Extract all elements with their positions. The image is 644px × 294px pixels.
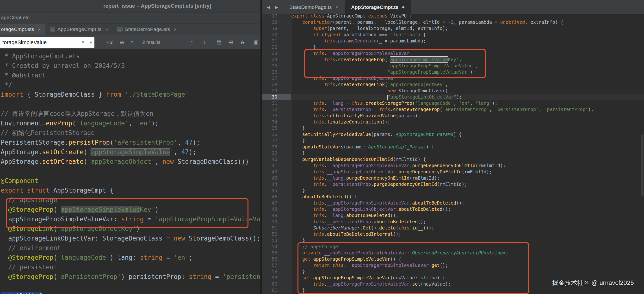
line-number[interactable]: 26 <box>262 69 291 75</box>
code-line[interactable]: * @abstract <box>1 70 260 80</box>
line-number[interactable]: 25 <box>262 63 291 69</box>
code-line[interactable]: // 初始化PersistentStorage <box>1 128 260 138</box>
line-number[interactable]: 39 <box>262 150 291 156</box>
whole-words-toggle[interactable]: W <box>120 35 124 49</box>
line-number[interactable]: 17 <box>262 14 291 19</box>
tab-appstoragecmpt-ts[interactable]: AppStorageCmpt.ts × <box>46 23 113 35</box>
code-line[interactable]: 39 } <box>262 150 644 156</box>
code-line[interactable]: @StorageProp('appStorageSimpleValueKey') <box>1 205 260 214</box>
line-number[interactable]: 35 <box>262 125 291 131</box>
line-number[interactable]: 61 <box>262 287 291 293</box>
code-line[interactable]: 28 this.createStorageLink('appStorageObj… <box>262 81 644 88</box>
code-line[interactable]: 61 } <box>262 287 644 293</box>
code-line[interactable]: 19 super(parent, __localStorage, elmtId,… <box>262 25 644 31</box>
code-line[interactable]: 32 this.__persistentProp = this.createSt… <box>262 106 644 113</box>
line-number[interactable]: 59 <box>262 275 291 281</box>
code-line[interactable]: 30 "appStorageLinkObjectVar"); <box>262 94 644 100</box>
line-number[interactable]: 27 <box>262 75 291 81</box>
close-icon[interactable]: × <box>105 27 108 32</box>
line-number[interactable]: 50 <box>262 218 291 225</box>
line-number[interactable]: 45 <box>262 187 291 193</box>
code-line[interactable]: 38 updateStateVars(params: AppStorageCmp… <box>262 144 644 150</box>
code-line[interactable]: 37 } <box>262 138 644 144</box>
line-number[interactable]: 41 <box>262 162 291 168</box>
code-line[interactable]: 24 this.createStorageProp('appStorageSim… <box>262 56 644 63</box>
code-line[interactable] <box>1 99 260 109</box>
code-line[interactable]: appStoragePropSimpleValueVar: string = '… <box>1 214 260 224</box>
right-code-editor[interactable]: 17export class AppStorageCmpt extends Vi… <box>262 14 644 294</box>
code-line[interactable]: AppStorage.setOrCreate('appStorageObject… <box>1 157 260 166</box>
code-line[interactable]: appStorageLinkObjectVar: StorageDemoClas… <box>1 234 260 243</box>
line-number[interactable]: 29 <box>262 88 291 94</box>
code-line[interactable]: 52 this.aboutToBeDeletedInternal(); <box>262 231 644 237</box>
line-number[interactable]: 21 <box>262 38 291 44</box>
line-number[interactable]: 52 <box>262 231 291 237</box>
line-number[interactable]: 40 <box>262 156 291 162</box>
line-number[interactable]: 51 <box>262 225 291 231</box>
breadcrumb[interactable]: ageCmpt.ets <box>1 15 30 20</box>
line-number[interactable]: 60 <box>262 281 291 287</box>
tab-appstoragecmpt-ts[interactable]: AppStorageCmpt.ts <box>345 0 411 14</box>
clear-search-icon[interactable]: × <box>82 39 85 45</box>
previous-match-icon[interactable]: ↑ <box>190 35 194 49</box>
search-in-selection-icon[interactable]: ▤ <box>216 35 222 49</box>
line-number[interactable]: 33 <box>262 113 291 119</box>
line-number[interactable]: 30 <box>262 94 291 100</box>
code-line[interactable]: 57 return this.__appStoragePropSimpleVal… <box>262 262 644 268</box>
tab-statedemopage-ts[interactable]: StateDemoPage.ts × <box>283 0 345 14</box>
line-number[interactable]: 34 <box>262 119 291 125</box>
line-number[interactable]: 44 <box>262 181 291 187</box>
code-line[interactable]: Environment.envProp('languageCode', 'en'… <box>1 119 260 128</box>
code-line[interactable]: * AppStorageCmpt.ets <box>1 51 260 61</box>
code-line[interactable]: 27 this.__appStorageLinkObjectVar = <box>262 75 644 81</box>
code-line[interactable]: 43 this.__lang.purgeDependencyOnElmtId(r… <box>262 175 644 181</box>
line-number[interactable]: 31 <box>262 100 291 106</box>
code-line[interactable]: // environment <box>1 243 260 253</box>
code-line[interactable]: // persistent <box>1 262 260 272</box>
line-number[interactable]: 57 <box>262 262 291 268</box>
more-options-icon[interactable]: ▣ <box>253 35 258 49</box>
match-case-toggle[interactable]: Cc <box>107 35 114 49</box>
code-line[interactable]: 25 'appStoragePropSimpleValueValue', <box>262 63 644 69</box>
close-icon[interactable]: × <box>336 4 338 10</box>
code-line[interactable]: // 将设备的语言code存入AppStorage，默认值为en <box>1 109 260 119</box>
line-number[interactable]: 54 <box>262 243 291 250</box>
forward-icon[interactable]: ▶ <box>275 5 278 10</box>
tab-statedemopage-ets[interactable]: StateDemoPage.ets × <box>113 23 182 35</box>
code-line[interactable]: 45 } <box>262 187 644 193</box>
code-line[interactable]: 40 purgeVariableDependenciesOnElmtId(rmE… <box>262 156 644 162</box>
code-line[interactable]: 17export class AppStorageCmpt extends Vi… <box>262 14 644 19</box>
code-line[interactable]: 18 constructor(parent, params, __localSt… <box>262 19 644 25</box>
line-number[interactable]: 24 <box>262 56 291 63</box>
left-code-editor[interactable]: * AppStorageCmpt.ets * Created by unrave… <box>0 49 260 294</box>
line-number[interactable]: 23 <box>262 50 291 56</box>
search-input[interactable] <box>0 37 114 48</box>
line-number[interactable]: 48 <box>262 206 291 212</box>
line-number[interactable]: 19 <box>262 25 291 31</box>
line-number[interactable]: 18 <box>262 19 291 25</box>
code-line[interactable]: build() { <box>1 291 260 294</box>
line-number[interactable]: 32 <box>262 106 291 113</box>
code-line[interactable]: 21 this.paramsGenerator_ = paramsLambda; <box>262 38 644 44</box>
search-history-icon[interactable]: ▾ <box>90 40 92 45</box>
code-line[interactable]: 42 this.__appStorageLinkObjectVar.purgeD… <box>262 168 644 175</box>
code-line[interactable]: @StorageProp('aPersistentProp') persiste… <box>1 272 260 282</box>
regex-toggle[interactable]: .* <box>130 35 133 49</box>
code-line[interactable]: 47 this.__appStoragePropSimpleValueVar.a… <box>262 200 644 206</box>
code-line[interactable]: 56 get appStoragePropSimpleValueVar() { <box>262 256 644 262</box>
code-line[interactable]: 51 SubscriberManager.Get().delete(this.i… <box>262 225 644 231</box>
code-line[interactable]: 44 this.__persistentProp.purgeDependency… <box>262 181 644 187</box>
code-line[interactable]: * Created by unravel on 2024/5/3 <box>1 61 260 70</box>
scrollbar-thumb[interactable] <box>641 134 644 197</box>
line-number[interactable]: 53 <box>262 237 291 243</box>
line-number[interactable]: 47 <box>262 200 291 206</box>
line-number[interactable]: 49 <box>262 212 291 218</box>
code-line[interactable]: export struct AppStorageCmpt { <box>1 186 260 195</box>
line-number[interactable]: 43 <box>262 175 291 181</box>
line-number[interactable]: 37 <box>262 138 291 144</box>
code-line[interactable]: 23 this.__appStoragePropSimpleValueVar = <box>262 50 644 56</box>
code-line[interactable]: 54 // appstorage <box>262 243 644 250</box>
close-icon[interactable]: × <box>38 27 41 32</box>
code-line[interactable]: 26 "appStoragePropSimpleValueVar"); <box>262 69 644 75</box>
code-line[interactable]: // appstorage <box>1 195 260 205</box>
